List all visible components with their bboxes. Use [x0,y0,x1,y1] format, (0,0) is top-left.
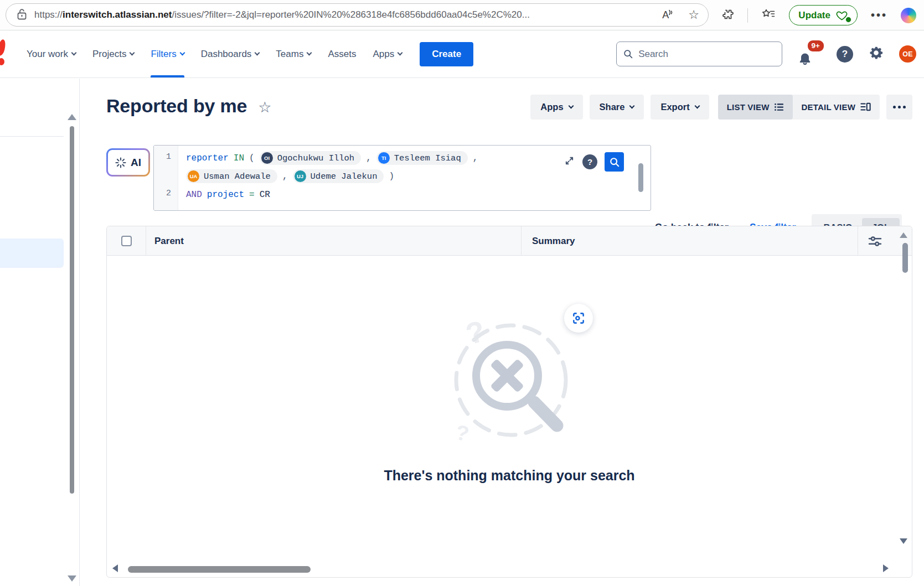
chevron-down-icon [130,50,135,56]
app-logo[interactable] [0,38,9,69]
bell-icon [797,51,813,67]
user-chip[interactable]: TI Tesleem Isiaq [376,151,468,165]
main-content: Reported by me ☆ Apps Share Export LIST … [80,79,924,586]
export-button[interactable]: Export [651,95,709,120]
chevron-down-icon [71,50,77,56]
search-input[interactable] [638,49,775,60]
user-chip[interactable]: UA Usman Adewale [186,169,277,183]
extensions-icon[interactable] [721,8,734,23]
lock-icon[interactable] [17,8,27,22]
nav-filters[interactable]: Filters [151,30,184,77]
issues-table: Parent Summary ? ? [106,226,912,578]
global-search[interactable] [616,42,782,66]
user-avatar: TI [378,152,390,164]
jql-editor[interactable]: 1 2 reporter IN ( OI Ogochukwu Illoh , [153,145,651,211]
list-view-tab[interactable]: LIST VIEW [718,95,793,120]
jql-help-icon[interactable]: ? [582,154,597,169]
apps-button[interactable]: Apps [530,95,582,120]
chevron-down-icon [179,50,185,56]
empty-state-message: There's nothing matching your search [384,468,634,484]
nav-teams[interactable]: Teams [276,30,311,77]
share-button[interactable]: Share [590,95,644,120]
jira-navbar: Your work Projects Filters Dashboards Te… [0,30,924,78]
jql-operator: IN [234,153,244,163]
search-icon [610,157,620,167]
chevron-down-icon [629,103,635,108]
create-button[interactable]: Create [420,42,473,66]
jql-keyword: AND [186,190,202,200]
detail-view-tab[interactable]: DETAIL VIEW [793,95,880,120]
nav-dashboards[interactable]: Dashboards [201,30,260,77]
user-chip[interactable]: OI Ogochukwu Illoh [260,151,362,165]
list-view-icon [775,103,784,111]
detail-view-icon [860,102,871,111]
scroll-down-icon[interactable] [900,538,907,544]
toolbar-divider [747,8,748,23]
column-settings-button[interactable] [866,233,883,250]
star-favorite-icon[interactable]: ☆ [258,98,271,116]
search-icon [623,49,633,59]
expand-icon[interactable] [564,155,575,169]
sidebar-selected-item[interactable] [0,238,64,268]
settings-gear-icon[interactable] [868,45,884,63]
user-avatar: UJ [295,170,306,182]
camera-lens-icon [571,311,586,325]
column-header-parent[interactable]: Parent [154,226,184,256]
help-button[interactable]: ? [837,46,853,63]
nav-projects[interactable]: Projects [92,30,134,77]
line-numbers: 1 2 [154,146,178,210]
avatar[interactable]: OE [899,45,916,63]
select-all-checkbox[interactable] [121,236,132,246]
user-chip[interactable]: UJ Udeme Jalekun [293,169,384,183]
jql-value: CR [260,190,270,200]
column-header-summary[interactable]: Summary [532,226,575,256]
left-sidebar-rail [0,79,80,586]
sidebar-scrollbar[interactable] [70,126,74,494]
page-title: Reported by me [106,95,247,117]
scroll-up-icon[interactable] [68,114,76,120]
sidebar-divider [0,136,64,137]
jql-operator: = [249,190,255,200]
view-switcher: LIST VIEW DETAIL VIEW [718,95,880,120]
jql-field: project [207,190,244,200]
table-horizontal-scrollbar[interactable] [128,566,311,573]
notifications-button[interactable]: 9+ [797,42,822,67]
nav-your-work[interactable]: Your work [27,30,76,77]
more-options-button[interactable] [886,95,912,120]
ai-sparkle-icon [115,157,126,168]
ai-button[interactable]: AI [106,148,150,177]
sliders-icon [868,235,882,247]
chevron-down-icon [694,103,700,108]
screenshot-lens-button[interactable] [564,304,593,333]
jql-field: reporter [186,153,229,163]
favorite-star-icon[interactable]: ☆ [688,9,699,21]
editor-scrollbar[interactable] [638,163,643,192]
chevron-down-icon [398,50,403,56]
browser-menu-icon[interactable]: ••• [871,9,887,22]
table-vertical-scrollbar[interactable] [902,243,908,273]
scroll-down-icon[interactable] [68,575,76,582]
address-bar[interactable]: https://interswitch.atlassian.net/issues… [6,3,709,27]
nav-apps[interactable]: Apps [373,30,402,77]
scroll-left-icon[interactable] [112,564,118,572]
user-avatar: UA [188,170,199,182]
browser-update-button[interactable]: Update [789,5,858,25]
notification-badge: 9+ [807,39,825,53]
chevron-down-icon [307,50,312,56]
url-text[interactable]: https://interswitch.atlassian.net/issues… [34,9,655,20]
table-header: Parent Summary [107,226,912,256]
empty-illustration: ? ? [440,310,579,449]
browser-toolbar: https://interswitch.atlassian.net/issues… [0,0,924,30]
user-avatar: OI [261,152,273,164]
svg-text:?: ? [453,421,471,446]
copilot-icon[interactable] [901,8,916,23]
jira-issues-page: https://interswitch.atlassian.net/issues… [0,0,924,586]
nav-assets[interactable]: Assets [328,30,356,77]
read-aloud-icon[interactable]: A [662,9,674,21]
scroll-right-icon[interactable] [883,564,889,572]
jql-search-button[interactable] [605,152,624,172]
chevron-down-icon [255,50,260,56]
update-badge [845,17,851,23]
collections-icon[interactable] [761,8,776,23]
scroll-up-icon[interactable] [900,232,907,238]
